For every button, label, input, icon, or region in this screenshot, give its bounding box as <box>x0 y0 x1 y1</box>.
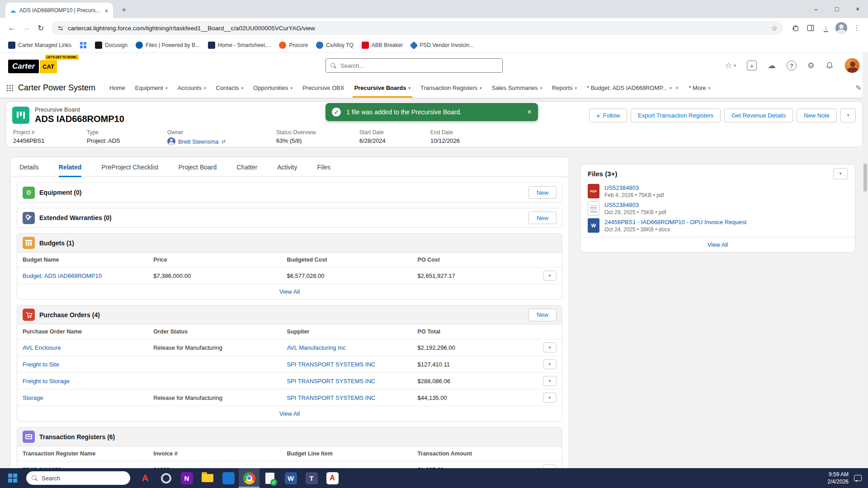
nav-item-accounts[interactable]: Accounts▾ <box>172 78 211 98</box>
bookmark-apps-grid[interactable] <box>76 40 90 51</box>
window-minimize-button[interactable]: – <box>806 0 826 18</box>
follow-button[interactable]: +Follow <box>589 108 627 122</box>
get-revenue-details-button[interactable]: Get Revenue Details <box>724 108 793 122</box>
extended-warranties-new-button[interactable]: New <box>528 211 557 224</box>
chevron-down-icon[interactable]: ▾ <box>734 63 736 68</box>
nav-item-contacts[interactable]: Contacts▾ <box>211 78 248 98</box>
bookmark-psd-vendor[interactable]: PSD Vendor Invoicin... <box>407 40 477 50</box>
taskbar-app-onenote[interactable]: N <box>176 468 197 488</box>
side-panel-icon[interactable] <box>804 21 817 35</box>
taskbar-clock[interactable]: 9:59 AM 2/4/2026 <box>827 471 849 485</box>
equipment-new-button[interactable]: New <box>528 186 557 199</box>
tab-chatter[interactable]: Chatter <box>236 157 257 177</box>
file-name-link[interactable]: US52384803 <box>604 202 666 208</box>
supplier-link[interactable]: AVL Manufacturing Inc <box>287 344 345 351</box>
row-actions-dropdown[interactable]: ▾ <box>543 343 557 352</box>
tab-activity[interactable]: Activity <box>277 157 297 177</box>
chevron-down-icon[interactable]: ▾ <box>241 86 244 90</box>
back-icon[interactable]: ← <box>5 21 19 35</box>
file-name-link[interactable]: US52384803 <box>604 184 664 191</box>
bookmark-star-icon[interactable]: ☆ <box>771 24 778 33</box>
nav-item-more[interactable]: * More▾ <box>684 78 715 98</box>
chevron-down-icon[interactable]: ▾ <box>575 86 577 90</box>
forward-icon[interactable]: → <box>19 21 33 35</box>
tab-close-icon[interactable]: × <box>104 7 108 14</box>
purchase-orders-new-button[interactable]: New <box>528 309 557 321</box>
notifications-icon[interactable] <box>854 475 862 481</box>
purchase-orders-view-all-link[interactable]: View All <box>17 406 562 421</box>
related-list-title[interactable]: Extended Warranties (0) <box>39 214 112 221</box>
more-actions-dropdown-button[interactable]: ▾ <box>840 108 856 122</box>
related-list-title[interactable]: Budgets (1) <box>39 239 74 247</box>
new-tab-button[interactable]: + <box>118 4 130 16</box>
chevron-down-icon[interactable]: ▾ <box>165 86 168 90</box>
related-list-title[interactable]: Purchase Orders (4) <box>39 311 100 319</box>
taskbar-app-ring[interactable] <box>156 468 176 488</box>
purchase-order-link[interactable]: AVL Enclosure <box>23 344 61 351</box>
chevron-down-icon[interactable]: ▾ <box>480 86 482 90</box>
toast-close-icon[interactable]: × <box>527 108 532 117</box>
taskbar-app-blue[interactable] <box>218 468 239 488</box>
page-scrollbar[interactable] <box>863 53 868 468</box>
nav-item-transaction-registers[interactable]: Transaction Registers▾ <box>415 78 487 98</box>
global-search-input[interactable] <box>340 62 498 69</box>
browser-profile-avatar[interactable] <box>835 21 848 35</box>
tab-details[interactable]: Details <box>19 157 39 177</box>
taskbar-app-autodesk[interactable]: A <box>135 468 156 488</box>
extensions-puzzle-icon[interactable] <box>788 21 802 35</box>
taskbar-app-chrome[interactable] <box>239 468 259 488</box>
row-actions-dropdown[interactable]: ▾ <box>543 359 557 369</box>
favorites-button[interactable]: ☆ ▾ <box>725 61 736 70</box>
global-search-box[interactable] <box>326 58 503 73</box>
new-note-button[interactable]: New Note <box>797 108 837 122</box>
budget-link[interactable]: Budget: ADS IAD668ROMP10 <box>23 272 102 279</box>
bookmark-docusign[interactable]: Docusign <box>91 40 131 51</box>
taskbar-app-file-explorer[interactable] <box>197 468 218 488</box>
taskbar-app-acrobat[interactable]: A <box>322 468 343 488</box>
bookmark-smartsheet[interactable]: Home - Smartsheet.... <box>204 40 274 51</box>
site-settings-icon[interactable] <box>57 25 64 32</box>
nav-item-budget-temp-tab[interactable]: * Budget: ADS IAD668ROMP...▾× <box>582 78 684 98</box>
nav-item-equipment[interactable]: Equipment▾ <box>130 78 173 98</box>
taskbar-app-teams[interactable]: T <box>301 468 322 488</box>
row-actions-dropdown[interactable]: ▾ <box>543 376 557 386</box>
browser-tab[interactable]: ☁ ADS IAD668ROMP10 | Precurs... × <box>5 3 113 18</box>
address-bar[interactable]: cartercat.lightning.force.com/lightning/… <box>52 21 783 35</box>
start-button[interactable] <box>4 468 22 488</box>
window-close-button[interactable]: × <box>847 0 868 18</box>
taskbar-app-sync[interactable]: ✓ <box>259 468 280 488</box>
close-icon[interactable]: × <box>675 84 679 91</box>
download-icon[interactable]: ↓ <box>819 21 833 35</box>
cloud-upload-icon[interactable]: ☁ <box>768 61 776 70</box>
taskbar-app-word[interactable]: W <box>280 468 301 488</box>
global-actions-icon[interactable]: + <box>747 61 757 70</box>
tab-preproject-checklist[interactable]: PreProject Checklist <box>101 157 158 177</box>
export-transaction-registers-button[interactable]: Export Transaction Registers <box>631 108 721 122</box>
bookmark-carter-managed-links[interactable]: Carter Managed Links <box>5 40 75 51</box>
browser-menu-kebab-icon[interactable]: ⋮ <box>850 21 863 35</box>
chevron-down-icon[interactable]: ▾ <box>670 86 672 90</box>
window-maximize-button[interactable]: □ <box>826 0 847 18</box>
chevron-down-icon[interactable]: ▾ <box>291 86 293 90</box>
favorites-star-icon[interactable]: ☆ <box>725 61 732 70</box>
tab-files[interactable]: Files <box>317 157 331 177</box>
file-name-link[interactable]: 24456PBS1 - IAD668ROMP10 - OPU Invoice R… <box>604 219 746 225</box>
tab-related[interactable]: Related <box>59 157 82 177</box>
file-item[interactable]: W 24456PBS1 - IAD668ROMP10 - OPU Invoice… <box>580 217 855 234</box>
nav-item-reports[interactable]: Reports▾ <box>547 78 582 98</box>
taskbar-search-box[interactable]: Search <box>26 471 130 485</box>
chevron-down-icon[interactable]: ▾ <box>409 86 411 90</box>
files-card-dropdown[interactable]: ▾ <box>833 168 848 179</box>
row-actions-dropdown[interactable]: ▾ <box>543 271 557 281</box>
files-card-title[interactable]: Files (3+) <box>588 170 617 178</box>
nav-item-home[interactable]: Home <box>104 78 130 98</box>
nav-item-precursive-obx[interactable]: Precursive OBX <box>297 78 349 98</box>
owner-link[interactable]: Brett Steensma <box>178 138 219 145</box>
app-launcher-waffle-icon[interactable] <box>6 84 14 92</box>
purchase-order-link[interactable]: Freight to Storage <box>23 378 70 385</box>
related-list-title[interactable]: Equipment (0) <box>39 189 81 196</box>
change-owner-icon[interactable]: ⇄ <box>222 139 226 145</box>
file-item[interactable]: US52384803 Oct 29, 2025 • 75KB • pdf <box>580 200 855 217</box>
nav-item-opportunities[interactable]: Opportunities▾ <box>248 78 297 98</box>
help-icon[interactable]: ? <box>787 61 797 70</box>
